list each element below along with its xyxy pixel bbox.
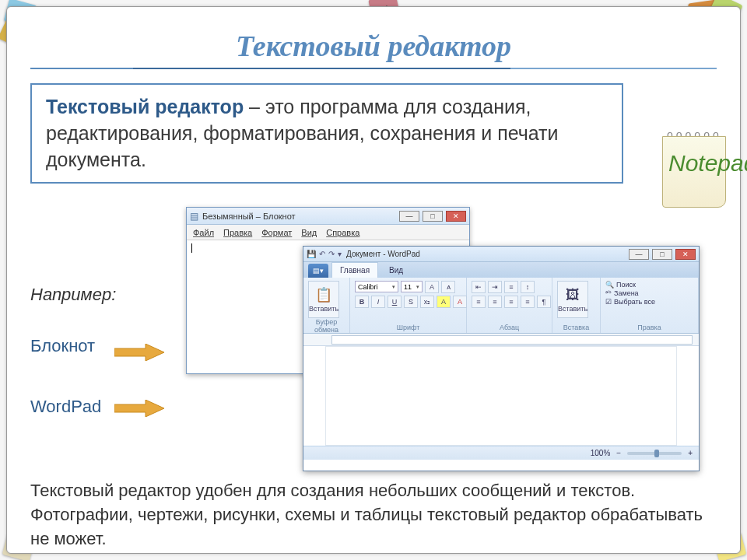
footer-text: Текстовый редактор удобен для создания н… (30, 479, 717, 551)
bold-button[interactable]: B (355, 296, 369, 308)
wordpad-tabbar: ▤▾ Главная Вид (303, 262, 699, 278)
paragraph-settings-button[interactable]: ¶ (537, 296, 551, 308)
minimize-button[interactable]: — (399, 211, 419, 222)
highlight-button[interactable]: A (437, 296, 451, 308)
line-spacing-button[interactable]: ↕ (521, 281, 535, 293)
underline-button[interactable]: U (388, 296, 402, 308)
menu-help[interactable]: Справка (326, 228, 359, 237)
slide-title: Текстовый редактор (30, 29, 717, 63)
grow-font-button[interactable]: A (425, 281, 439, 293)
tab-view[interactable]: Вид (381, 263, 411, 278)
menu-file[interactable]: Файл (193, 228, 214, 237)
group-label-insert: Вставка (557, 324, 595, 331)
menu-view[interactable]: Вид (301, 228, 317, 237)
maximize-button[interactable]: □ (423, 211, 443, 222)
example-label: Например: (30, 285, 178, 305)
definition-box: Текстовый редактор – это программа для с… (30, 83, 623, 184)
decrease-indent-button[interactable]: ⇤ (472, 281, 486, 293)
menu-edit[interactable]: Правка (223, 228, 252, 237)
zoom-in-button[interactable]: + (688, 449, 693, 457)
menu-format[interactable]: Формат (261, 228, 292, 237)
qat-dropdown-icon[interactable]: ▾ (338, 250, 342, 258)
notepad-title-text: Безымянный – Блокнот (202, 212, 296, 221)
align-center-button[interactable]: ≡ (488, 296, 502, 308)
wordpad-statusbar: 100% − + (303, 446, 699, 460)
close-button[interactable]: ✕ (675, 249, 696, 260)
zoom-slider[interactable] (627, 452, 682, 455)
group-label-clipboard: Буфер обмена (308, 318, 345, 334)
title-underline (30, 68, 717, 69)
slide-frame: Текстовый редактор Текстовый редактор – … (6, 6, 741, 554)
subscript-button[interactable]: x₂ (420, 296, 434, 308)
select-icon: ☑ (605, 298, 612, 306)
strike-button[interactable]: S (404, 296, 418, 308)
definition-text: Текстовый редактор – это программа для с… (46, 94, 608, 173)
wordpad-ruler[interactable] (303, 334, 699, 346)
notepad-plus-icon: oooooo Notepad++ (658, 131, 728, 209)
increase-indent-button[interactable]: ⇥ (488, 281, 502, 293)
find-button[interactable]: 🔍Поиск (605, 281, 693, 289)
group-label-font: Шрифт (355, 324, 461, 331)
arrow-icon (114, 344, 164, 361)
group-label-paragraph: Абзац (472, 324, 547, 331)
app-menu-button[interactable]: ▤▾ (308, 264, 328, 278)
undo-icon[interactable]: ↶ (319, 250, 325, 258)
svg-marker-0 (114, 344, 164, 361)
svg-marker-1 (114, 400, 164, 417)
search-icon: 🔍 (605, 281, 614, 289)
zoom-out-button[interactable]: − (616, 449, 621, 457)
paste-button[interactable]: 📋 Вставить (308, 281, 339, 318)
clipboard-icon: 📋 (315, 286, 332, 303)
font-size-select[interactable]: 11▾ (401, 281, 423, 292)
shrink-font-button[interactable]: ᴀ (441, 281, 455, 293)
align-left-button[interactable]: ≡ (472, 296, 486, 308)
select-all-button[interactable]: ☑Выбрать все (605, 298, 693, 306)
notepad-app-icon: ▤ (190, 211, 198, 222)
font-color-button[interactable]: A (453, 296, 467, 308)
wordpad-ribbon: 📋 Вставить Буфер обмена Calibri▾ 11▾ A (303, 278, 699, 334)
wordpad-document-area[interactable] (325, 346, 677, 446)
tab-home[interactable]: Главная (331, 262, 378, 278)
italic-button[interactable]: I (371, 296, 385, 308)
font-name-select[interactable]: Calibri▾ (355, 281, 398, 292)
align-right-button[interactable]: ≡ (504, 296, 518, 308)
maximize-button[interactable]: □ (652, 249, 672, 260)
replace-icon: ᵃᵇ (605, 289, 612, 297)
close-button[interactable]: ✕ (446, 211, 466, 222)
minimize-button[interactable]: — (629, 249, 649, 260)
wordpad-titlebar[interactable]: 💾 ↶ ↷ ▾ Документ - WordPad — □ ✕ (303, 247, 699, 262)
bullets-button[interactable]: ≡ (504, 281, 518, 293)
notepad-plus-label: Notepad++ (668, 150, 747, 177)
arrow-icon (114, 400, 164, 417)
notepad-menubar: Файл Правка Формат Вид Справка (187, 225, 469, 240)
save-icon[interactable]: 💾 (307, 250, 316, 258)
justify-button[interactable]: ≡ (521, 296, 535, 308)
zoom-value: 100% (591, 449, 611, 457)
wordpad-window: 💾 ↶ ↷ ▾ Документ - WordPad — □ ✕ ▤▾ (303, 246, 700, 471)
wordpad-title-text: Документ - WordPad (346, 250, 420, 258)
definition-term: Текстовый редактор (46, 96, 244, 117)
notepad-titlebar[interactable]: ▤ Безымянный – Блокнот — □ ✕ (187, 208, 469, 225)
group-label-editing: Правка (605, 324, 693, 331)
replace-button[interactable]: ᵃᵇЗамена (605, 289, 693, 297)
picture-icon: 🖼 (566, 287, 580, 303)
redo-icon[interactable]: ↷ (328, 250, 335, 258)
insert-button[interactable]: 🖼 Вставить (557, 281, 588, 318)
